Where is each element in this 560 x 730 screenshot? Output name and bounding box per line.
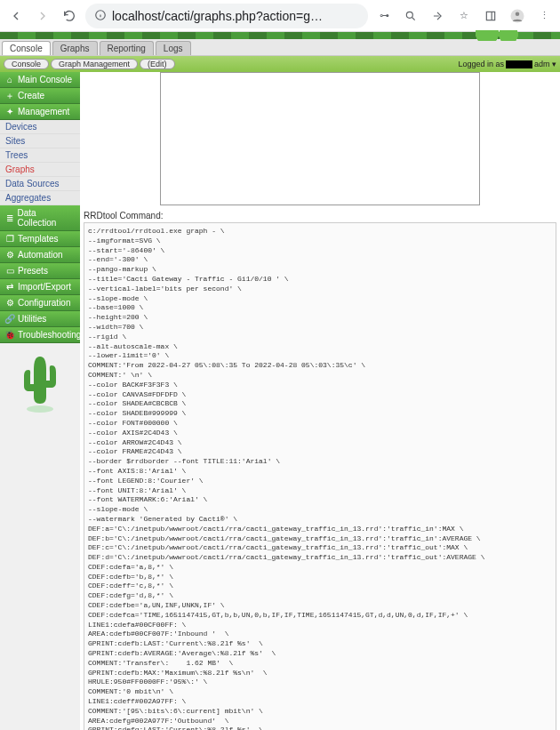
- forward-button[interactable]: [32, 5, 53, 27]
- zoom-icon[interactable]: [400, 5, 421, 27]
- svg-point-8: [516, 12, 520, 16]
- database-icon: ≣: [5, 213, 14, 222]
- bug-icon: 🐞: [5, 331, 14, 340]
- sidebar: ⌂Main Console ＋Create ✦Management Device…: [0, 72, 80, 730]
- sidebar-devices[interactable]: Devices: [0, 120, 80, 134]
- reload-button[interactable]: [59, 5, 80, 27]
- sidebar-templates[interactable]: ❐Templates: [0, 231, 80, 247]
- site-info-icon[interactable]: [94, 9, 107, 23]
- sidebar-import-export[interactable]: ⇄Import/Export: [0, 279, 80, 295]
- tab-logs[interactable]: Logs: [156, 41, 191, 55]
- sidebar-troubleshooting[interactable]: 🐞Troubleshooting: [0, 327, 80, 343]
- share-icon[interactable]: [427, 5, 448, 27]
- menu-icon[interactable]: ⋮: [533, 5, 555, 27]
- link-icon: 🔗: [5, 315, 14, 324]
- sidebar-graphs[interactable]: Graphs: [0, 163, 80, 177]
- archive-icon: ▭: [5, 267, 14, 276]
- sidebar-data-sources[interactable]: Data Sources: [0, 177, 80, 191]
- sidebar-automation[interactable]: ⚙Automation: [0, 247, 80, 263]
- sidebar-main-console[interactable]: ⌂Main Console: [0, 72, 80, 88]
- cacti-banner: [0, 32, 560, 39]
- breadcrumb-bar: Console Graph Management (Edit) Logged i…: [0, 56, 560, 72]
- login-info: Logged in asadm ▾: [458, 60, 556, 68]
- cactus-logo: [0, 343, 80, 425]
- key-icon[interactable]: ⊶: [373, 5, 395, 27]
- panel-icon[interactable]: [480, 5, 501, 27]
- tab-graphs[interactable]: Graphs: [52, 41, 98, 55]
- graph-preview: [160, 72, 480, 205]
- home-icon: ⌂: [5, 76, 14, 84]
- gears-icon: ⚙: [5, 251, 14, 260]
- gear-icon: ⚙: [5, 299, 14, 308]
- sidebar-trees[interactable]: Trees: [0, 148, 80, 163]
- rrd-command-output: c:/rrdtool/rrdtool.exe graph - \ --imgfo…: [84, 222, 556, 730]
- content-area: RRDtool Command: c:/rrdtool/rrdtool.exe …: [80, 72, 560, 730]
- plus-icon: ＋: [5, 92, 14, 100]
- sidebar-utilities[interactable]: 🔗Utilities: [0, 311, 80, 327]
- crumb-graph-management[interactable]: Graph Management: [51, 59, 138, 69]
- svg-point-9: [27, 405, 53, 413]
- sidebar-data-collection[interactable]: ≣Data Collection: [0, 205, 80, 231]
- crumb-edit[interactable]: (Edit): [140, 59, 175, 69]
- crumb-console[interactable]: Console: [4, 59, 49, 69]
- svg-rect-5: [486, 12, 494, 20]
- url-text: localhost/cacti/graphs.php?action=g…: [112, 9, 359, 23]
- back-button[interactable]: [5, 5, 27, 27]
- bookmark-icon[interactable]: ☆: [453, 5, 475, 27]
- tab-row: Console Graphs Reporting Logs: [0, 39, 560, 56]
- tab-reporting[interactable]: Reporting: [100, 41, 154, 55]
- username-redacted: [506, 60, 532, 68]
- svg-line-4: [412, 17, 415, 20]
- url-bar[interactable]: localhost/cacti/graphs.php?action=g…: [85, 4, 368, 28]
- clone-icon: ❐: [5, 235, 14, 244]
- sidebar-sites[interactable]: Sites: [0, 134, 80, 148]
- browser-toolbar: localhost/cacti/graphs.php?action=g… ⊶ ☆…: [0, 0, 560, 32]
- tab-console[interactable]: Console: [2, 41, 51, 55]
- exchange-icon: ⇄: [5, 283, 14, 292]
- sidebar-aggregates[interactable]: Aggregates: [0, 191, 80, 205]
- sidebar-configuration[interactable]: ⚙Configuration: [0, 295, 80, 311]
- sidebar-create[interactable]: ＋Create: [0, 88, 80, 104]
- wrench-icon: ✦: [5, 108, 14, 116]
- sidebar-presets[interactable]: ▭Presets: [0, 263, 80, 279]
- rrd-command-label: RRDtool Command:: [84, 211, 556, 221]
- profile-icon[interactable]: [507, 5, 528, 27]
- sidebar-management[interactable]: ✦Management: [0, 104, 80, 120]
- svg-point-3: [406, 12, 412, 18]
